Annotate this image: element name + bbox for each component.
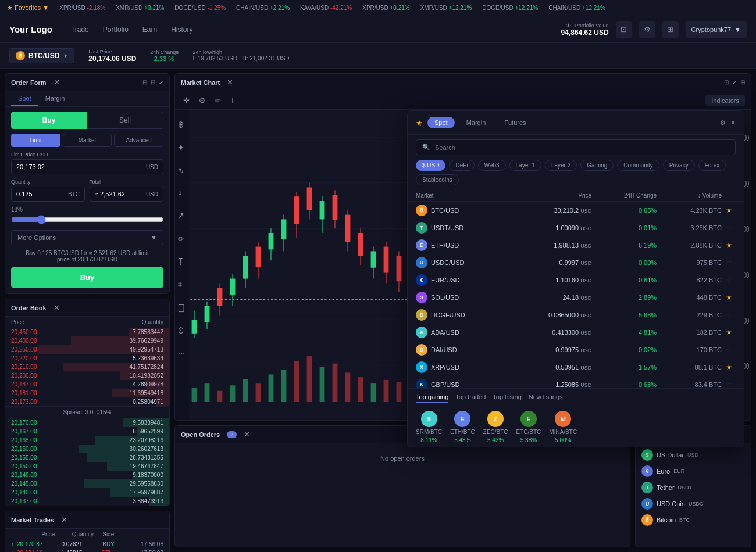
asset-row[interactable]: T Tether USDT (641, 479, 745, 496)
text-icon[interactable]: T (228, 95, 237, 106)
star-button[interactable]: ★ (722, 328, 736, 336)
bottom-coin-mina[interactable]: M MINA/BTC 5.00% (549, 411, 577, 443)
cat-layer1[interactable]: Layer 1 (509, 160, 541, 171)
notifications-button[interactable]: ⊡ (616, 21, 632, 38)
asset-row[interactable]: $ US Dollar USD (641, 447, 745, 463)
star-button[interactable]: ☆ (722, 311, 736, 319)
ticker-item-0[interactable]: XPR/USD -2.18% (59, 5, 105, 11)
asset-row[interactable]: U USD Coin USDC (641, 496, 745, 512)
ask-row[interactable]: 20,210.0041.75172824 (5, 363, 169, 371)
symbol-selector[interactable]: ₿ BTC/USD ▼ (9, 48, 74, 63)
tab-top-traded[interactable]: Top traded (455, 393, 486, 403)
buy-button[interactable]: Buy (11, 112, 87, 129)
chart-icon3[interactable]: ⊞ (740, 79, 745, 85)
ask-row[interactable]: 20,450.007.78583442 (5, 328, 169, 336)
settings-button[interactable]: ⚙ (639, 21, 655, 38)
sort-volume-icon[interactable]: ↓ (698, 192, 701, 199)
asset-row[interactable]: ₿ Bitcoin BTC (641, 512, 745, 528)
crosshair-icon[interactable]: ✛ (181, 95, 192, 106)
bid-row[interactable]: 20,145.0029.59558830 (5, 479, 169, 488)
ask-row[interactable]: 20,173.000.25804971 (5, 397, 169, 406)
tab-spot[interactable]: Spot (427, 117, 455, 128)
market-row[interactable]: SSOL/USD 24.18 USD 2.89% 448 BTC ★ (408, 289, 744, 306)
layout-button[interactable]: ⊞ (662, 21, 679, 38)
ticker-item-7[interactable]: DOGE/USD +12.21% (482, 5, 538, 11)
bid-row[interactable]: 20,150.0019.46747847 (5, 462, 169, 471)
tab-top-losing[interactable]: Top losing (493, 393, 522, 403)
cat-web3[interactable]: Web3 (478, 160, 506, 171)
ticker-item-2[interactable]: DOGE/USD -1.25% (174, 5, 226, 11)
amount-slider[interactable] (11, 215, 163, 224)
cat-privacy[interactable]: Privacy (663, 160, 695, 171)
tab-margin[interactable]: Margin (459, 117, 493, 128)
cat-layer2[interactable]: Layer 2 (545, 160, 577, 171)
bid-row[interactable]: 20,155.0028.73431355 (5, 453, 169, 462)
bottom-coin-zec[interactable]: Z ZEC/BTC 5.43% (483, 411, 508, 443)
market-row[interactable]: ₿BTC/USD 30,210.2 USD 0.65% 4.23K BTC ★ (408, 202, 744, 219)
cat-forex[interactable]: Forex (698, 160, 726, 171)
market-row[interactable]: TUSDT/USD 1.00090 USD 0.01% 3.25K BTC ☆ (408, 219, 744, 236)
advanced-button[interactable]: Advanced (114, 134, 163, 147)
star-button[interactable]: ☆ (722, 259, 736, 267)
cat-community[interactable]: Community (617, 160, 659, 171)
open-orders-close[interactable]: ✕ (244, 430, 250, 439)
market-row[interactable]: XXRP/USD 0.50951 USD 1.57% 88.1 BTC ★ (408, 359, 744, 376)
ticker-item-8[interactable]: CHAIN/USD +12.21% (548, 5, 605, 11)
cat-gaming[interactable]: Gaming (580, 160, 614, 171)
magnet-icon[interactable]: ⊛ (197, 95, 208, 106)
chart-icon2[interactable]: ⤢ (732, 79, 737, 85)
indicators-button[interactable]: Indicators (705, 95, 745, 106)
icon2[interactable]: ⊡ (151, 79, 155, 85)
trade-row[interactable]: ↓20,121.161.46815SELL17:56:03 (5, 549, 169, 552)
ask-row[interactable]: 20,400.0039.76629949 (5, 336, 169, 345)
ticker-item-5[interactable]: XPR/USD +0.21% (362, 5, 409, 11)
ask-row[interactable]: 20,200.0010.41982052 (5, 371, 169, 380)
market-row[interactable]: UUSDC/USD 0.9997 USD 0.00% 975 BTC ☆ (408, 254, 744, 271)
ask-row[interactable]: 20,250.0049.92954713 (5, 345, 169, 354)
chart-close[interactable]: ✕ (227, 78, 233, 87)
draw-icon[interactable]: ✏ (212, 95, 223, 106)
bid-row[interactable]: 20,165.0023.20798216 (5, 436, 169, 445)
bid-row[interactable]: 20,137.003.88473913 (5, 497, 169, 506)
bid-row[interactable]: 20,167.006.59652599 (5, 427, 169, 436)
bottom-coin-eth[interactable]: E ETH/BTC 5.43% (450, 411, 475, 443)
nav-portfolio[interactable]: Portfolio (103, 26, 129, 34)
ask-row[interactable]: 20,181.0011.69549418 (5, 389, 169, 397)
total-input[interactable] (95, 191, 146, 198)
icon1[interactable]: ⊟ (142, 79, 147, 85)
limit-button[interactable]: Limit (11, 134, 60, 147)
submit-order-button[interactable]: Buy (11, 267, 163, 288)
bid-row[interactable]: 20,149.009.18370000 (5, 471, 169, 479)
market-row[interactable]: £GBP/USD 1.25085 USD 0.68% 83.4 BTC ☆ (408, 376, 744, 388)
quantity-input[interactable] (16, 191, 68, 198)
market-row[interactable]: €EUR/USD 1.10160 USD 0.81% 822 BTC ☆ (408, 271, 744, 289)
star-button[interactable]: ☆ (722, 381, 736, 388)
close-icon[interactable]: ✕ (730, 119, 736, 127)
bottom-coin-etc[interactable]: E ETC/BTC 5.38% (516, 411, 541, 443)
tab-new-listings[interactable]: New listings (529, 393, 563, 403)
trade-row[interactable]: ↑20,170.870.07621BUY17:56:08 (5, 540, 169, 549)
nav-history[interactable]: History (171, 26, 192, 34)
market-row[interactable]: DDAI/USD 0.99975 USD 0.02% 170 BTC ☆ (408, 341, 744, 359)
star-button[interactable]: ★ (722, 206, 736, 214)
star-button[interactable]: ★ (722, 293, 736, 302)
bid-row[interactable]: 20,160.0030.26027613 (5, 445, 169, 453)
nav-earn[interactable]: Earn (142, 26, 157, 34)
settings-icon[interactable]: ⚙ (720, 119, 726, 127)
star-button[interactable]: ☆ (722, 224, 736, 232)
market-trades-close[interactable]: ✕ (61, 515, 67, 524)
chart-icon1[interactable]: ⊡ (724, 79, 729, 85)
tab-margin[interactable]: Margin (38, 91, 72, 106)
more-options-toggle[interactable]: More Options ▼ (11, 230, 163, 245)
market-row[interactable]: AADA/USD 0.413300 USD 4.81% 182 BTC ★ (408, 324, 744, 341)
bid-row[interactable]: 20,140.0017.95979887 (5, 488, 169, 497)
limit-price-input[interactable] (16, 163, 146, 170)
sell-button[interactable]: Sell (87, 112, 163, 129)
user-menu-button[interactable]: Cryptopunk77 ▼ (686, 21, 747, 38)
ticker-item-4[interactable]: KAVA/USD -42.21% (300, 5, 352, 11)
asset-row[interactable]: € Euro EUR (641, 463, 745, 479)
ticker-item-1[interactable]: XMR/USD +0.21% (116, 5, 164, 11)
order-book-close[interactable]: ✕ (54, 303, 60, 312)
star-button[interactable]: ☆ (722, 346, 736, 354)
market-button[interactable]: Market (63, 134, 112, 147)
